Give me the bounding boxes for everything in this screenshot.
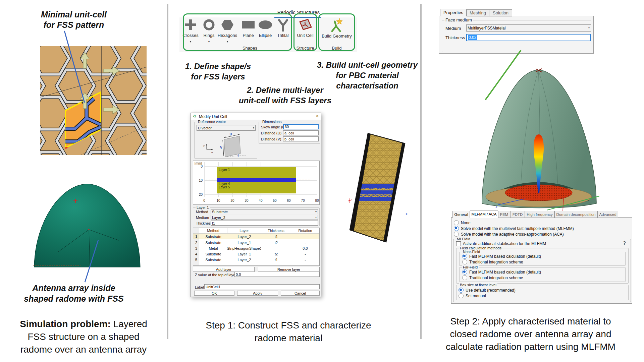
thickness-input[interactable]: t1 xyxy=(211,221,318,226)
radio-icon[interactable] xyxy=(462,254,467,259)
problem-caption-line2: FSS structure on a shaped xyxy=(3,330,164,343)
column-divider-right xyxy=(420,4,422,339)
plot-xtick: 10 xyxy=(214,199,222,202)
cancel-button[interactable]: Cancel xyxy=(281,291,320,296)
label-input[interactable]: UnitCell1 xyxy=(204,284,320,289)
table-row[interactable]: 2 Substrate Layer_1 t2 - xyxy=(193,240,319,245)
plot-xtick: 70 xyxy=(299,199,307,202)
distance-v-label: Distance (V) xyxy=(261,137,281,141)
radio-icon[interactable] xyxy=(459,293,464,298)
medium-label: Medium xyxy=(445,26,461,31)
tab-domain-decomposition[interactable]: Domain decomposition xyxy=(554,211,597,218)
problem-caption-line3: radome over an antenna array xyxy=(3,343,164,356)
properties-panel: Properties Meshing Solution Face medium … xyxy=(439,16,594,54)
reference-vector-select[interactable]: U vector xyxy=(197,125,256,131)
close-icon[interactable]: ✕ xyxy=(314,114,320,118)
medium-select[interactable]: Layer_2 xyxy=(211,215,318,220)
plot-ytick: -10 xyxy=(194,179,203,182)
near-field-group: Near-Field Fast MLFMM based calculation … xyxy=(459,252,626,266)
option-none[interactable]: None xyxy=(454,220,471,225)
distance-v-input[interactable]: b_cell xyxy=(283,136,319,141)
table-header-thickness[interactable]: Thickness xyxy=(261,228,291,233)
tab-high-frequency[interactable]: High frequency xyxy=(525,211,554,218)
radio-icon[interactable] xyxy=(462,269,467,275)
origin-dot xyxy=(88,229,90,230)
mlfmm-group: MLFMM Activate additional stabilisation … xyxy=(453,239,631,302)
help-icon[interactable]: ? xyxy=(623,240,626,246)
radio-icon[interactable] xyxy=(459,288,464,293)
tab-advanced[interactable]: Advanced xyxy=(597,211,618,218)
radio-icon[interactable] xyxy=(462,259,467,264)
method-select[interactable]: Substrate xyxy=(211,209,318,214)
plot-ytick: -20 xyxy=(194,193,203,196)
option-mlfmm[interactable]: Solve model with the multilevel fast mul… xyxy=(454,226,574,231)
tab-fdtd[interactable]: FDTD xyxy=(510,211,525,218)
solver-settings-panel: General MLFMM / ACA FEM FDTD High freque… xyxy=(451,217,632,304)
radio-icon[interactable] xyxy=(454,220,459,225)
tab-fem[interactable]: FEM xyxy=(498,211,510,218)
table-row[interactable]: 3 Metal StripHexagonShape1 - 0.0 xyxy=(193,245,319,251)
ok-button[interactable]: OK xyxy=(194,291,234,296)
plot-xtick: 30 xyxy=(243,199,251,202)
layer1-properties-group: Layer 1 Method Substrate Medium Layer_2 … xyxy=(193,207,320,226)
table-row[interactable]: 4 Substrate Layer_1 t2 - xyxy=(193,251,319,257)
z-value-label: Z value at the top of layer 1 xyxy=(195,273,239,277)
medium-select[interactable]: MultilayerFSSMateial xyxy=(466,24,591,32)
option-aca[interactable]: Solve model with the adaptive cross-appr… xyxy=(454,232,564,237)
unit-cell-note-line1: Minimal unit-cell xyxy=(23,9,124,20)
apply-button[interactable]: Apply xyxy=(237,291,278,296)
box-size-label: Box size at finest level xyxy=(459,283,497,287)
dimensions-label: Dimensions xyxy=(261,120,282,124)
selected-text: 0.02 xyxy=(468,35,477,40)
tab-mlfmm-aca[interactable]: MLFMM / ACA xyxy=(470,210,498,218)
plot-xtick: 80 xyxy=(313,199,321,202)
layer-stack-plot: [mm] 0 -10 -20 Layer 2 Layer 1 Layer 4 L… xyxy=(193,161,320,205)
radio-icon[interactable] xyxy=(454,232,459,237)
option-use-default[interactable]: Use default (recommended) xyxy=(459,288,516,293)
far-field-label: Far-Field xyxy=(462,265,479,269)
diagram-v-label: V xyxy=(220,146,222,149)
table-header-method[interactable]: Method xyxy=(199,228,227,233)
thickness-input[interactable]: 0.02 xyxy=(466,34,591,41)
add-layer-button[interactable]: Add layer xyxy=(193,267,255,272)
reference-vector-label: Reference vector xyxy=(197,120,227,124)
highlight-box-shapes xyxy=(183,13,292,51)
table-row[interactable]: 5 Substrate Layer_2 t1 - xyxy=(193,257,319,262)
option-far-fast[interactable]: Fast MLFMM based calculation (default) xyxy=(462,269,541,275)
z-value-input[interactable]: 0.0 xyxy=(234,272,320,277)
option-far-traditional[interactable]: Traditional integration scheme xyxy=(462,275,523,280)
diagram-u-label: U xyxy=(229,132,232,136)
mlfmm-group-label: MLFMM xyxy=(456,237,471,241)
layer-table: Method Layer Thickness Rotation 1 Substr… xyxy=(193,228,320,266)
layer1-group-label: Layer 1 xyxy=(196,205,210,209)
skew-angle-input[interactable]: 30 xyxy=(283,124,319,129)
distance-u-input[interactable]: a_cell xyxy=(283,130,319,135)
stabilisation-checkbox-row[interactable]: Activate additional stabilisation for th… xyxy=(456,241,546,246)
column-divider-left xyxy=(167,4,168,339)
tab-properties[interactable]: Properties xyxy=(440,9,467,16)
table-row[interactable]: 1 Substrate Layer_2 t1 - xyxy=(193,234,319,239)
fss-pattern-image xyxy=(40,46,147,155)
table-header-layer[interactable]: Layer xyxy=(227,228,261,233)
tab-meshing[interactable]: Meshing xyxy=(467,9,489,16)
dialog-titlebar[interactable]: ♻ Modify Unit Cell ✕ xyxy=(191,113,321,120)
layer1-label: Layer 1 xyxy=(219,168,230,172)
remove-layer-button[interactable]: Remove layer xyxy=(258,267,320,272)
thickness-label: Thickness xyxy=(445,35,465,40)
highlight-box-build xyxy=(318,13,355,51)
option-near-fast[interactable]: Fast MLFMM based calculation (default) xyxy=(462,254,541,259)
dimensions-group: Dimensions Skew angle (θ) 30 Distance (U… xyxy=(259,122,320,144)
unit-cell-note: Minimal unit-cell for FSS pattern xyxy=(23,9,124,30)
ribbon-fragment: Periodic Structures Crosses Rings Hexago… xyxy=(179,7,357,52)
reference-vector-group: Reference vector U vector U V θ v u xyxy=(194,122,257,159)
table-header-rotation[interactable]: Rotation xyxy=(291,228,319,233)
tab-solution[interactable]: Solution xyxy=(489,9,512,16)
antenna-note: Antenna array inside shaped radome with … xyxy=(13,283,134,304)
tab-general[interactable]: General xyxy=(452,211,470,218)
checkbox-icon[interactable] xyxy=(456,241,461,246)
radio-icon[interactable] xyxy=(454,226,459,231)
option-near-traditional[interactable]: Traditional integration scheme xyxy=(462,259,523,264)
step2-caption: Step 2: Apply characterised material to … xyxy=(423,315,638,353)
option-set-manual[interactable]: Set manual xyxy=(459,293,486,298)
radio-icon[interactable] xyxy=(462,275,467,280)
